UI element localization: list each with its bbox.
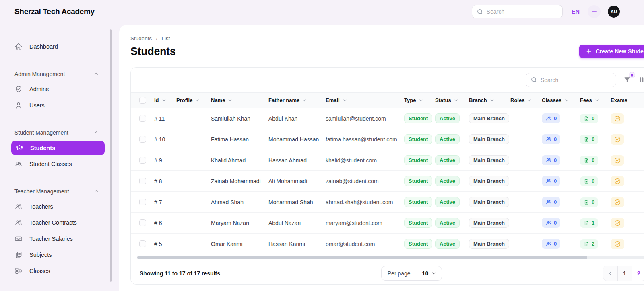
exams-badge[interactable] bbox=[611, 155, 624, 166]
column-header-profile[interactable]: Profile bbox=[176, 93, 211, 108]
column-header-exams[interactable]: Exams bbox=[611, 93, 644, 108]
classes-count-badge[interactable]: 0 bbox=[542, 113, 560, 123]
table-row[interactable]: # 10 Fatima Hassan Mohammad Hassan fatim… bbox=[131, 129, 644, 150]
global-search[interactable] bbox=[472, 5, 563, 18]
pagination: 1 2 bbox=[603, 266, 644, 281]
sidebar-item-subjects[interactable]: Subjects bbox=[0, 247, 111, 263]
fees-count-badge[interactable]: 0 bbox=[580, 197, 598, 207]
table-row[interactable]: # 6 Maryam Nazari Abdul Nazari maryam@st… bbox=[131, 213, 644, 234]
status-badge: Active bbox=[435, 155, 460, 165]
table-row[interactable]: # 11 Samiullah Khan Abdul Khan samiullah… bbox=[131, 108, 644, 129]
create-new-student-button[interactable]: Create New Student bbox=[579, 45, 644, 58]
branch-badge: Main Branch bbox=[469, 176, 509, 186]
exams-badge[interactable] bbox=[611, 197, 624, 207]
filter-button[interactable]: 0 bbox=[623, 76, 632, 84]
sidebar-item-teacher-salaries[interactable]: Teacher Salaries bbox=[0, 231, 111, 247]
exams-badge[interactable] bbox=[611, 218, 624, 228]
cell-email: khalid@student.com bbox=[326, 150, 404, 171]
column-header-name[interactable]: Name bbox=[211, 93, 268, 108]
classes-count-badge[interactable]: 0 bbox=[542, 134, 560, 144]
user-avatar[interactable]: AU bbox=[608, 6, 620, 18]
column-header-branch[interactable]: Branch bbox=[469, 93, 510, 108]
cell-roles bbox=[510, 171, 542, 192]
quick-add-button[interactable] bbox=[588, 5, 601, 18]
cell-branch: Main Branch bbox=[469, 129, 510, 150]
sidebar-section-teacher-management[interactable]: Teacher Management bbox=[0, 184, 111, 199]
fees-count-badge[interactable]: 2 bbox=[580, 239, 598, 249]
cell-fees: 0 bbox=[580, 129, 611, 150]
pagination-prev-button[interactable] bbox=[603, 266, 617, 281]
language-switcher[interactable]: EN bbox=[572, 8, 580, 15]
chevron-down-icon bbox=[161, 98, 167, 103]
sidebar-item-teachers[interactable]: Teachers bbox=[0, 199, 111, 215]
breadcrumb-students[interactable]: Students bbox=[130, 35, 152, 41]
check-circle-icon bbox=[614, 199, 621, 206]
fees-count-badge[interactable]: 0 bbox=[580, 114, 598, 123]
sidebar-section-student-management[interactable]: Student Management bbox=[0, 125, 111, 140]
pagination-page-2[interactable]: 2 bbox=[632, 266, 644, 281]
cell-branch: Main Branch bbox=[469, 192, 510, 213]
exams-badge[interactable] bbox=[611, 134, 624, 145]
file-icon bbox=[584, 178, 589, 184]
columns-toggle-button[interactable] bbox=[639, 76, 644, 84]
exams-badge[interactable] bbox=[611, 239, 624, 249]
table-body: # 11 Samiullah Khan Abdul Khan samiullah… bbox=[131, 108, 644, 254]
sidebar-item-teacher-contracts[interactable]: Teacher Contracts bbox=[0, 215, 111, 231]
sidebar-section-admin-management[interactable]: Admin Management bbox=[0, 67, 111, 81]
row-checkbox[interactable] bbox=[139, 240, 146, 247]
column-header-status[interactable]: Status bbox=[435, 93, 469, 108]
column-header-roles[interactable]: Roles bbox=[510, 93, 542, 108]
column-header-classes[interactable]: Classes bbox=[542, 93, 580, 108]
home-icon bbox=[14, 43, 23, 51]
classes-count-badge[interactable]: 0 bbox=[542, 197, 560, 207]
classes-count-badge[interactable]: 0 bbox=[542, 218, 560, 228]
horizontal-scrollbar-thumb[interactable] bbox=[137, 256, 587, 259]
classes-count-badge[interactable]: 0 bbox=[542, 155, 560, 165]
row-checkbox[interactable] bbox=[139, 178, 146, 184]
fees-count-badge[interactable]: 0 bbox=[580, 176, 598, 186]
cell-name: Khalid Ahmad bbox=[211, 150, 268, 171]
column-header-fees[interactable]: Fees bbox=[580, 93, 611, 108]
table-row[interactable]: # 5 Omar Karimi Hassan Karimi omar@stude… bbox=[131, 234, 644, 254]
per-page-select[interactable]: Per page 10 bbox=[381, 266, 442, 281]
select-all-checkbox[interactable] bbox=[139, 97, 146, 104]
classes-count-badge[interactable]: 0 bbox=[542, 176, 560, 186]
branch-badge: Main Branch bbox=[469, 239, 509, 249]
layout-grid-icon bbox=[14, 267, 23, 275]
column-header-father-name[interactable]: Father name bbox=[268, 93, 326, 108]
row-checkbox[interactable] bbox=[139, 219, 146, 226]
sidebar-item-classes[interactable]: Classes bbox=[0, 263, 111, 279]
chevron-down-icon bbox=[564, 98, 569, 103]
table-row[interactable]: # 7 Ahmad Shah Mohammad Shah ahmad.shah@… bbox=[131, 192, 644, 213]
cell-roles bbox=[510, 108, 542, 129]
column-header-email[interactable]: Email bbox=[326, 93, 404, 108]
table-search[interactable] bbox=[526, 73, 616, 87]
row-checkbox[interactable] bbox=[139, 199, 146, 205]
exams-badge[interactable] bbox=[611, 176, 624, 186]
table-row[interactable]: # 8 Zainab Mohammadi Ali Mohammadi zaina… bbox=[131, 171, 644, 192]
users-icon bbox=[545, 115, 551, 121]
global-search-input[interactable] bbox=[472, 8, 562, 15]
table-row[interactable]: # 9 Khalid Ahmad Hassan Ahmad khalid@stu… bbox=[131, 150, 644, 171]
sidebar-item-dashboard[interactable]: Dashboard bbox=[0, 39, 111, 55]
row-checkbox[interactable] bbox=[139, 157, 146, 164]
classes-count-badge[interactable]: 0 bbox=[542, 239, 560, 249]
column-header-id[interactable]: Id bbox=[154, 93, 176, 108]
horizontal-scrollbar[interactable] bbox=[137, 256, 644, 259]
row-checkbox[interactable] bbox=[139, 115, 146, 122]
exams-badge[interactable] bbox=[611, 113, 624, 124]
file-icon bbox=[584, 116, 589, 121]
table-header-row: Id Profile Name Father name Email Type S… bbox=[131, 93, 644, 108]
sidebar-item-student-classes[interactable]: Student Classes bbox=[0, 156, 111, 172]
sidebar-item-admins[interactable]: Admins bbox=[0, 81, 111, 97]
sidebar-item-students[interactable]: Students bbox=[11, 141, 105, 155]
table-search-input[interactable] bbox=[526, 77, 616, 83]
fees-count-badge[interactable]: 0 bbox=[580, 156, 598, 165]
fees-count-badge[interactable]: 0 bbox=[580, 135, 598, 144]
sidebar-item-users[interactable]: Users bbox=[0, 97, 111, 113]
column-header-type[interactable]: Type bbox=[404, 93, 435, 108]
breadcrumb-list[interactable]: List bbox=[161, 35, 170, 41]
row-checkbox[interactable] bbox=[139, 136, 146, 143]
pagination-page-1[interactable]: 1 bbox=[617, 266, 632, 281]
fees-count-badge[interactable]: 1 bbox=[580, 218, 598, 228]
